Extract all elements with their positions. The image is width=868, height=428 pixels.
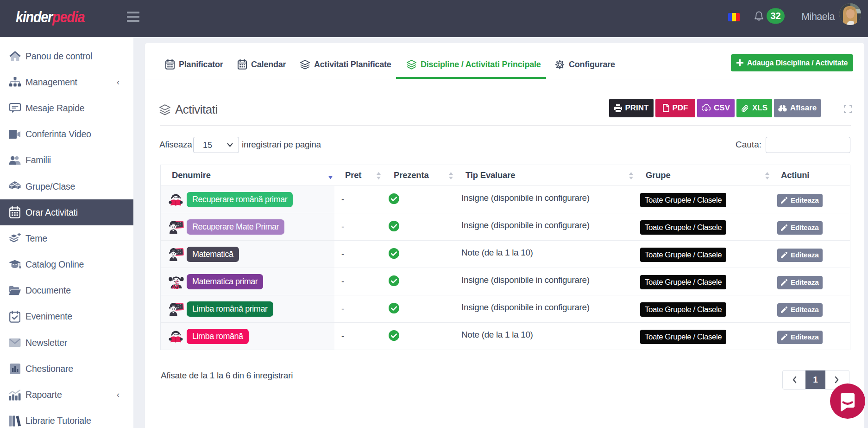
svg-text:AB: AB (172, 284, 179, 290)
